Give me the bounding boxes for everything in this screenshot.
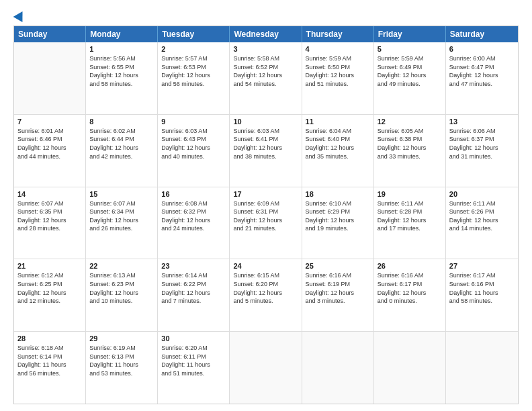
- day-info: Sunrise: 6:11 AM Sunset: 6:28 PM Dayligh…: [378, 199, 442, 233]
- day-number: 30: [161, 334, 226, 342]
- cal-cell-r4-c1: 29Sunrise: 6:19 AM Sunset: 6:13 PM Dayli…: [86, 332, 158, 404]
- page: SundayMondayTuesdayWednesdayThursdayFrid…: [0, 0, 532, 411]
- day-info: Sunrise: 6:09 AM Sunset: 6:31 PM Dayligh…: [233, 199, 298, 233]
- day-info: Sunrise: 6:05 AM Sunset: 6:38 PM Dayligh…: [378, 127, 442, 161]
- day-number: 21: [17, 262, 82, 270]
- day-info: Sunrise: 5:58 AM Sunset: 6:52 PM Dayligh…: [233, 54, 298, 88]
- cal-cell-r0-c6: 6Sunrise: 6:00 AM Sunset: 6:47 PM Daylig…: [446, 42, 518, 114]
- header-day-tuesday: Tuesday: [158, 26, 230, 42]
- day-number: 10: [233, 118, 298, 126]
- header-day-wednesday: Wednesday: [230, 26, 302, 42]
- cal-cell-r2-c3: 17Sunrise: 6:09 AM Sunset: 6:31 PM Dayli…: [230, 187, 302, 259]
- cal-cell-r1-c4: 11Sunrise: 6:04 AM Sunset: 6:40 PM Dayli…: [302, 115, 374, 187]
- day-info: Sunrise: 6:11 AM Sunset: 6:26 PM Dayligh…: [449, 199, 515, 233]
- cal-cell-r2-c4: 18Sunrise: 6:10 AM Sunset: 6:29 PM Dayli…: [302, 187, 374, 259]
- cal-cell-r3-c5: 26Sunrise: 6:16 AM Sunset: 6:17 PM Dayli…: [374, 259, 446, 331]
- calendar-row-2: 14Sunrise: 6:07 AM Sunset: 6:35 PM Dayli…: [14, 187, 518, 259]
- day-info: Sunrise: 6:02 AM Sunset: 6:44 PM Dayligh…: [89, 127, 154, 161]
- header-day-thursday: Thursday: [302, 26, 374, 42]
- day-number: 25: [306, 262, 370, 270]
- day-number: 29: [89, 334, 154, 342]
- day-number: 16: [161, 190, 226, 198]
- day-info: Sunrise: 6:00 AM Sunset: 6:47 PM Dayligh…: [449, 54, 515, 88]
- cal-cell-r2-c1: 15Sunrise: 6:07 AM Sunset: 6:34 PM Dayli…: [86, 187, 158, 259]
- cal-cell-r3-c1: 22Sunrise: 6:13 AM Sunset: 6:23 PM Dayli…: [86, 259, 158, 331]
- day-number: 15: [89, 190, 154, 198]
- day-number: 2: [161, 45, 226, 53]
- day-number: 18: [306, 190, 370, 198]
- day-info: Sunrise: 6:01 AM Sunset: 6:46 PM Dayligh…: [17, 127, 82, 161]
- day-number: 3: [233, 45, 298, 53]
- day-number: 20: [449, 190, 515, 198]
- day-info: Sunrise: 6:14 AM Sunset: 6:22 PM Dayligh…: [161, 271, 226, 305]
- cal-cell-r1-c6: 13Sunrise: 6:06 AM Sunset: 6:37 PM Dayli…: [446, 115, 518, 187]
- header-day-sunday: Sunday: [14, 26, 86, 42]
- day-info: Sunrise: 6:12 AM Sunset: 6:25 PM Dayligh…: [17, 271, 82, 305]
- day-number: 11: [306, 118, 370, 126]
- calendar-body: 1Sunrise: 5:56 AM Sunset: 6:55 PM Daylig…: [14, 42, 518, 404]
- cal-cell-r4-c6: [446, 332, 518, 404]
- day-number: 12: [378, 118, 442, 126]
- logo-text: [13, 11, 26, 20]
- day-number: 28: [17, 334, 82, 342]
- day-number: 13: [449, 118, 515, 126]
- cal-cell-r0-c1: 1Sunrise: 5:56 AM Sunset: 6:55 PM Daylig…: [86, 42, 158, 114]
- day-info: Sunrise: 6:10 AM Sunset: 6:29 PM Dayligh…: [306, 199, 370, 233]
- calendar-row-0: 1Sunrise: 5:56 AM Sunset: 6:55 PM Daylig…: [14, 42, 518, 114]
- cal-cell-r1-c5: 12Sunrise: 6:05 AM Sunset: 6:38 PM Dayli…: [374, 115, 446, 187]
- day-number: 27: [449, 262, 515, 270]
- calendar: SundayMondayTuesdayWednesdayThursdayFrid…: [13, 26, 519, 404]
- day-info: Sunrise: 6:16 AM Sunset: 6:19 PM Dayligh…: [306, 271, 370, 305]
- day-info: Sunrise: 6:03 AM Sunset: 6:43 PM Dayligh…: [161, 127, 226, 161]
- cal-cell-r4-c5: [374, 332, 446, 404]
- cal-cell-r0-c2: 2Sunrise: 5:57 AM Sunset: 6:53 PM Daylig…: [158, 42, 230, 114]
- day-info: Sunrise: 5:59 AM Sunset: 6:50 PM Dayligh…: [306, 54, 370, 88]
- header: [13, 11, 519, 20]
- day-number: 9: [161, 118, 226, 126]
- day-info: Sunrise: 6:15 AM Sunset: 6:20 PM Dayligh…: [233, 271, 298, 305]
- day-info: Sunrise: 6:06 AM Sunset: 6:37 PM Dayligh…: [449, 127, 515, 161]
- cal-cell-r3-c0: 21Sunrise: 6:12 AM Sunset: 6:25 PM Dayli…: [14, 259, 86, 331]
- calendar-row-4: 28Sunrise: 6:18 AM Sunset: 6:14 PM Dayli…: [14, 331, 518, 404]
- day-info: Sunrise: 6:16 AM Sunset: 6:17 PM Dayligh…: [378, 271, 442, 305]
- calendar-row-1: 7Sunrise: 6:01 AM Sunset: 6:46 PM Daylig…: [14, 114, 518, 187]
- cal-cell-r0-c0: [14, 42, 86, 114]
- cal-cell-r3-c3: 24Sunrise: 6:15 AM Sunset: 6:20 PM Dayli…: [230, 259, 302, 331]
- day-info: Sunrise: 6:17 AM Sunset: 6:16 PM Dayligh…: [449, 271, 515, 305]
- cal-cell-r3-c4: 25Sunrise: 6:16 AM Sunset: 6:19 PM Dayli…: [302, 259, 374, 331]
- day-number: 17: [233, 190, 298, 198]
- day-number: 26: [378, 262, 442, 270]
- cal-cell-r1-c2: 9Sunrise: 6:03 AM Sunset: 6:43 PM Daylig…: [158, 115, 230, 187]
- cal-cell-r4-c3: [230, 332, 302, 404]
- day-info: Sunrise: 6:20 AM Sunset: 6:11 PM Dayligh…: [161, 344, 226, 377]
- cal-cell-r2-c6: 20Sunrise: 6:11 AM Sunset: 6:26 PM Dayli…: [446, 187, 518, 259]
- day-number: 4: [306, 45, 370, 53]
- cal-cell-r4-c0: 28Sunrise: 6:18 AM Sunset: 6:14 PM Dayli…: [14, 332, 86, 404]
- day-info: Sunrise: 6:08 AM Sunset: 6:32 PM Dayligh…: [161, 199, 226, 233]
- calendar-row-3: 21Sunrise: 6:12 AM Sunset: 6:25 PM Dayli…: [14, 259, 518, 331]
- day-info: Sunrise: 6:03 AM Sunset: 6:41 PM Dayligh…: [233, 127, 298, 161]
- header-day-friday: Friday: [374, 26, 446, 42]
- day-number: 1: [89, 45, 154, 53]
- logo-triangle-icon: [13, 9, 28, 22]
- day-info: Sunrise: 5:59 AM Sunset: 6:49 PM Dayligh…: [378, 54, 442, 88]
- cal-cell-r1-c0: 7Sunrise: 6:01 AM Sunset: 6:46 PM Daylig…: [14, 115, 86, 187]
- day-info: Sunrise: 5:57 AM Sunset: 6:53 PM Dayligh…: [161, 54, 226, 88]
- day-info: Sunrise: 6:18 AM Sunset: 6:14 PM Dayligh…: [17, 344, 82, 377]
- day-info: Sunrise: 6:07 AM Sunset: 6:35 PM Dayligh…: [17, 199, 82, 233]
- cal-cell-r3-c6: 27Sunrise: 6:17 AM Sunset: 6:16 PM Dayli…: [446, 259, 518, 331]
- day-number: 24: [233, 262, 298, 270]
- day-info: Sunrise: 6:07 AM Sunset: 6:34 PM Dayligh…: [89, 199, 154, 233]
- day-info: Sunrise: 6:04 AM Sunset: 6:40 PM Dayligh…: [306, 127, 370, 161]
- cal-cell-r0-c3: 3Sunrise: 5:58 AM Sunset: 6:52 PM Daylig…: [230, 42, 302, 114]
- cal-cell-r1-c1: 8Sunrise: 6:02 AM Sunset: 6:44 PM Daylig…: [86, 115, 158, 187]
- header-day-saturday: Saturday: [446, 26, 518, 42]
- day-number: 23: [161, 262, 226, 270]
- day-number: 7: [17, 118, 82, 126]
- cal-cell-r4-c4: [302, 332, 374, 404]
- cal-cell-r2-c0: 14Sunrise: 6:07 AM Sunset: 6:35 PM Dayli…: [14, 187, 86, 259]
- cal-cell-r2-c2: 16Sunrise: 6:08 AM Sunset: 6:32 PM Dayli…: [158, 187, 230, 259]
- day-number: 8: [89, 118, 154, 126]
- day-number: 14: [17, 190, 82, 198]
- day-info: Sunrise: 5:56 AM Sunset: 6:55 PM Dayligh…: [89, 54, 154, 88]
